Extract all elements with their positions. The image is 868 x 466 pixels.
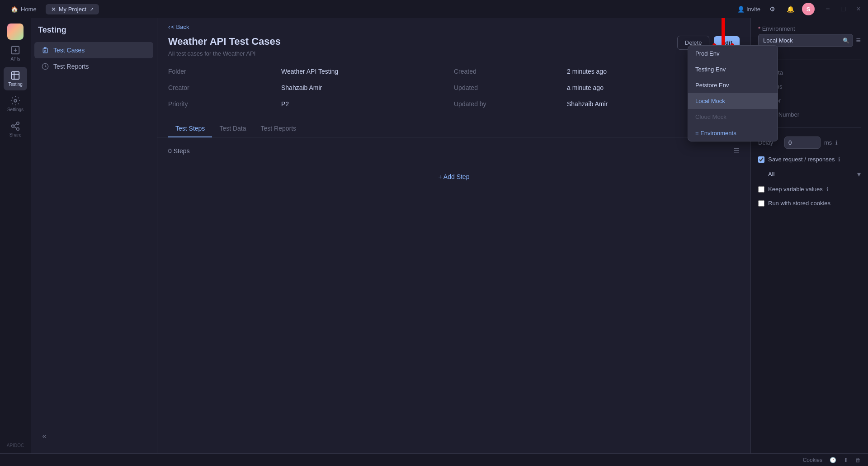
breadcrumb[interactable]: ‹ < Back xyxy=(157,18,750,36)
close-button[interactable]: × xyxy=(854,5,863,13)
clock-icon: 🕐 xyxy=(830,457,836,463)
save-request-row: Save request / responses ℹ xyxy=(758,156,861,163)
updated-by-label: Updated by xyxy=(454,99,567,109)
created-label: Created xyxy=(454,66,567,77)
invite-icon: 👤 xyxy=(737,6,745,13)
stored-cookies-label: Run with stored cookies xyxy=(768,200,830,207)
minimize-button[interactable]: − xyxy=(824,5,832,13)
nav-test-cases[interactable]: Test Cases xyxy=(34,42,153,58)
titlebar: 🏠 Home ✕ My Project ↗ 👤 Invite ⚙ 🔔 S − □… xyxy=(0,0,868,18)
maximize-button[interactable]: □ xyxy=(839,5,847,13)
dropdown-testing-env[interactable]: Testing Env xyxy=(688,61,778,77)
tabs-bar: Test Steps Test Data Test Reports xyxy=(157,120,750,137)
keep-variable-checkbox[interactable] xyxy=(758,186,764,193)
folder-value: Weather API Testing xyxy=(281,66,454,77)
environment-section: * Environment 🔍 ≡ Prod Env Testing Env P… xyxy=(758,25,861,47)
environment-label: * Environment xyxy=(758,25,795,32)
app-body: APIs Testing Settings Share APIDOC xyxy=(0,18,868,453)
add-step-button[interactable]: + Add Step xyxy=(439,173,470,180)
avatar[interactable]: S xyxy=(802,3,815,15)
api-icon xyxy=(10,45,20,55)
tab-test-steps[interactable]: Test Steps xyxy=(168,120,212,137)
content-title-area: Weather API Test Cases All test cases fo… xyxy=(168,36,281,57)
testing-icon xyxy=(10,71,20,80)
right-panel: * Environment 🔍 ≡ Prod Env Testing Env P… xyxy=(750,18,868,453)
stored-cookies-checkbox[interactable] xyxy=(758,200,764,207)
left-nav: Testing Test Cases Test Reports « xyxy=(31,18,157,453)
dropdown-environments-section[interactable]: ≡ Environments xyxy=(688,125,778,141)
svg-point-3 xyxy=(12,125,14,127)
notification-icon[interactable]: 🔔 xyxy=(784,3,797,15)
project-tab[interactable]: ✕ My Project ↗ xyxy=(46,4,99,14)
tab-test-data[interactable]: Test Data xyxy=(212,120,253,137)
dropdown-prod-env[interactable]: Prod Env xyxy=(688,46,778,61)
keep-variable-info-icon[interactable]: ℹ xyxy=(826,186,829,193)
home-icon: 🏠 xyxy=(11,6,18,13)
home-tab[interactable]: 🏠 Home xyxy=(5,4,42,14)
folder-label: Folder xyxy=(168,66,281,77)
content-header: Weather API Test Cases All test cases fo… xyxy=(157,36,750,66)
stored-cookies-row: Run with stored cookies xyxy=(758,200,861,207)
priority-label: Priority xyxy=(168,99,281,109)
share-icon xyxy=(10,121,20,131)
svg-point-4 xyxy=(17,128,19,131)
collapse-button[interactable]: « xyxy=(38,430,51,442)
save-request-checkbox[interactable] xyxy=(758,156,764,163)
filter-icon[interactable]: ☰ xyxy=(733,146,740,155)
sidebar-item-settings[interactable]: Settings xyxy=(4,92,27,116)
trash-icon: 🗑 xyxy=(855,457,861,463)
status-icon-1[interactable]: 🕐 xyxy=(830,457,836,463)
status-bar: Cookies 🕐 ⬆ 🗑 xyxy=(0,453,868,466)
tab-test-reports[interactable]: Test Reports xyxy=(254,120,304,137)
priority-value: P2 xyxy=(281,99,454,109)
settings-icon[interactable]: ⚙ xyxy=(766,3,778,15)
sidebar-item-apis[interactable]: APIs xyxy=(4,42,27,65)
left-nav-title: Testing xyxy=(31,25,157,42)
nav-test-reports[interactable]: Test Reports xyxy=(34,58,153,75)
keep-variable-row: Keep variable values ℹ xyxy=(758,186,861,193)
dropdown-petstore-env[interactable]: Petstore Env xyxy=(688,77,778,93)
save-info-icon[interactable]: ℹ xyxy=(838,156,840,163)
dropdown-local-mock[interactable]: Local Mock xyxy=(688,93,778,109)
all-value: All xyxy=(768,171,774,178)
app-logo xyxy=(7,24,24,40)
invite-button[interactable]: 👤 Invite xyxy=(737,6,760,13)
icon-sidebar: APIs Testing Settings Share APIDOC xyxy=(0,18,31,453)
steps-area: 0 Steps ☰ + Add Step xyxy=(157,146,750,453)
svg-point-2 xyxy=(17,122,19,125)
svg-rect-7 xyxy=(44,47,46,49)
back-arrow: ‹ xyxy=(168,24,170,30)
sidebar-item-share[interactable]: Share xyxy=(4,118,27,141)
status-icon-2[interactable]: ⬆ xyxy=(844,457,848,463)
upload-icon: ⬆ xyxy=(844,457,848,463)
svg-line-6 xyxy=(14,124,17,126)
add-step-area: + Add Step xyxy=(168,162,740,191)
sidebar-bottom: APIDOC xyxy=(7,439,24,448)
svg-line-5 xyxy=(14,127,17,128)
close-tab-icon: ✕ xyxy=(51,6,56,13)
delay-input[interactable] xyxy=(784,137,821,149)
creator-label: Creator xyxy=(168,82,281,93)
delay-info-icon[interactable]: ℹ xyxy=(835,140,838,146)
status-icon-3[interactable]: 🗑 xyxy=(855,457,861,463)
window-controls: − □ × xyxy=(824,5,863,13)
sidebar-item-testing[interactable]: Testing xyxy=(4,67,27,90)
test-reports-icon xyxy=(42,63,49,70)
steps-header: 0 Steps ☰ xyxy=(168,146,740,155)
chevron-down-icon[interactable]: ▾ xyxy=(857,170,861,179)
search-icon: 🔍 xyxy=(843,38,849,44)
save-request-label: Save request / responses xyxy=(768,156,835,163)
cookies-item[interactable]: Cookies xyxy=(803,457,822,463)
left-nav-bottom: « xyxy=(31,426,157,446)
cookies-label: Cookies xyxy=(803,457,822,463)
menu-icon[interactable]: ≡ xyxy=(856,36,861,45)
delay-unit: ms xyxy=(824,139,832,146)
test-cases-icon xyxy=(42,47,49,54)
meta-grid: Folder Weather API Testing Created 2 min… xyxy=(157,66,750,120)
page-title: Weather API Test Cases xyxy=(168,36,281,47)
steps-count: 0 Steps xyxy=(168,147,189,155)
page-subtitle: All test cases for the Weather API xyxy=(168,50,281,57)
updated-label: Updated xyxy=(454,82,567,93)
dropdown-cloud-mock[interactable]: Cloud Mock xyxy=(688,109,778,125)
all-selector-row: All ▾ xyxy=(758,170,861,179)
